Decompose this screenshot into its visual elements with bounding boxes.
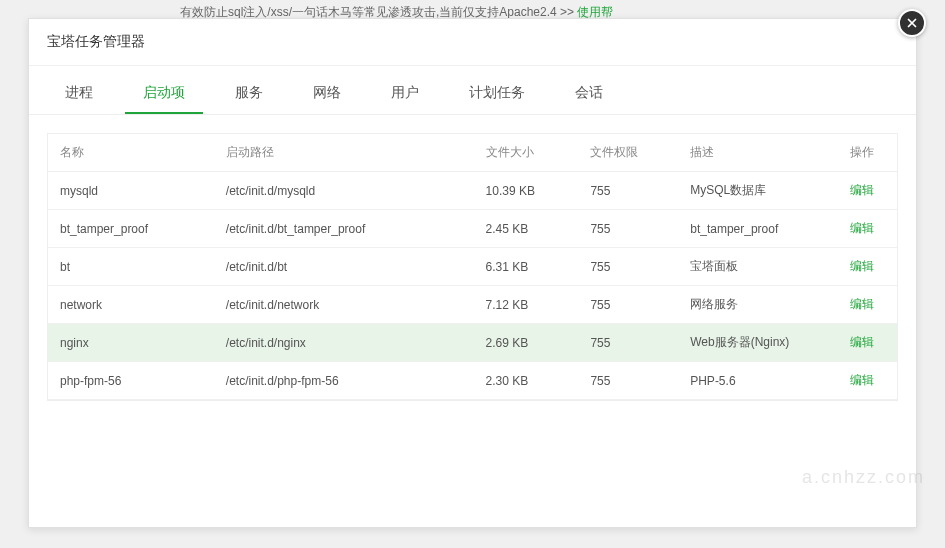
table-row[interactable]: network/etc/init.d/network7.12 KB755网络服务… — [48, 286, 897, 324]
cell-perm: 755 — [582, 324, 682, 362]
header-desc: 描述 — [682, 134, 842, 172]
close-icon — [905, 16, 919, 30]
cell-action: 编辑 — [842, 172, 897, 210]
tab-1[interactable]: 启动项 — [125, 74, 203, 114]
header-action: 操作 — [842, 134, 897, 172]
cell-desc: MySQL数据库 — [682, 172, 842, 210]
cell-action: 编辑 — [842, 248, 897, 286]
cell-name: nginx — [48, 324, 218, 362]
cell-desc: PHP-5.6 — [682, 362, 842, 400]
cell-perm: 755 — [582, 248, 682, 286]
cell-desc: 宝塔面板 — [682, 248, 842, 286]
cell-path: /etc/init.d/mysqld — [218, 172, 478, 210]
close-button[interactable] — [898, 9, 926, 37]
cell-path: /etc/init.d/network — [218, 286, 478, 324]
startup-table: 名称 启动路径 文件大小 文件权限 描述 操作 mysqld/etc/init.… — [48, 134, 897, 400]
cell-desc: 网络服务 — [682, 286, 842, 324]
cell-path: /etc/init.d/bt — [218, 248, 478, 286]
table-row[interactable]: bt/etc/init.d/bt6.31 KB755宝塔面板编辑 — [48, 248, 897, 286]
table-body: mysqld/etc/init.d/mysqld10.39 KB755MySQL… — [48, 172, 897, 400]
header-path: 启动路径 — [218, 134, 478, 172]
tab-bar: 进程启动项服务网络用户计划任务会话 — [29, 74, 916, 115]
modal-title: 宝塔任务管理器 — [29, 19, 916, 66]
table-row[interactable]: bt_tamper_proof/etc/init.d/bt_tamper_pro… — [48, 210, 897, 248]
tab-0[interactable]: 进程 — [47, 74, 111, 114]
cell-size: 2.30 KB — [478, 362, 583, 400]
edit-link[interactable]: 编辑 — [850, 183, 874, 197]
startup-table-wrapper: 名称 启动路径 文件大小 文件权限 描述 操作 mysqld/etc/init.… — [47, 133, 898, 401]
cell-desc: bt_tamper_proof — [682, 210, 842, 248]
cell-name: network — [48, 286, 218, 324]
background-link[interactable]: 使用帮 — [577, 5, 613, 19]
header-perm: 文件权限 — [582, 134, 682, 172]
tab-2[interactable]: 服务 — [217, 74, 281, 114]
cell-name: mysqld — [48, 172, 218, 210]
cell-perm: 755 — [582, 172, 682, 210]
table-row[interactable]: mysqld/etc/init.d/mysqld10.39 KB755MySQL… — [48, 172, 897, 210]
cell-perm: 755 — [582, 286, 682, 324]
background-text: 有效防止sql注入/xss/一句话木马等常见渗透攻击,当前仅支持Apache2.… — [180, 5, 574, 19]
tab-6[interactable]: 会话 — [557, 74, 621, 114]
cell-size: 2.69 KB — [478, 324, 583, 362]
cell-path: /etc/init.d/php-fpm-56 — [218, 362, 478, 400]
cell-size: 10.39 KB — [478, 172, 583, 210]
tab-4[interactable]: 用户 — [373, 74, 437, 114]
task-manager-modal: 宝塔任务管理器 进程启动项服务网络用户计划任务会话 名称 启动路径 文件大小 文… — [28, 18, 917, 528]
header-size: 文件大小 — [478, 134, 583, 172]
edit-link[interactable]: 编辑 — [850, 335, 874, 349]
cell-name: bt_tamper_proof — [48, 210, 218, 248]
cell-name: php-fpm-56 — [48, 362, 218, 400]
edit-link[interactable]: 编辑 — [850, 297, 874, 311]
cell-perm: 755 — [582, 362, 682, 400]
cell-action: 编辑 — [842, 362, 897, 400]
tab-3[interactable]: 网络 — [295, 74, 359, 114]
header-name: 名称 — [48, 134, 218, 172]
edit-link[interactable]: 编辑 — [850, 259, 874, 273]
table-header-row: 名称 启动路径 文件大小 文件权限 描述 操作 — [48, 134, 897, 172]
cell-action: 编辑 — [842, 324, 897, 362]
cell-perm: 755 — [582, 210, 682, 248]
cell-action: 编辑 — [842, 210, 897, 248]
tab-5[interactable]: 计划任务 — [451, 74, 543, 114]
table-row[interactable]: php-fpm-56/etc/init.d/php-fpm-562.30 KB7… — [48, 362, 897, 400]
cell-size: 6.31 KB — [478, 248, 583, 286]
cell-name: bt — [48, 248, 218, 286]
edit-link[interactable]: 编辑 — [850, 373, 874, 387]
cell-size: 2.45 KB — [478, 210, 583, 248]
cell-size: 7.12 KB — [478, 286, 583, 324]
cell-action: 编辑 — [842, 286, 897, 324]
cell-path: /etc/init.d/nginx — [218, 324, 478, 362]
table-row[interactable]: nginx/etc/init.d/nginx2.69 KB755Web服务器(N… — [48, 324, 897, 362]
edit-link[interactable]: 编辑 — [850, 221, 874, 235]
cell-desc: Web服务器(Nginx) — [682, 324, 842, 362]
cell-path: /etc/init.d/bt_tamper_proof — [218, 210, 478, 248]
